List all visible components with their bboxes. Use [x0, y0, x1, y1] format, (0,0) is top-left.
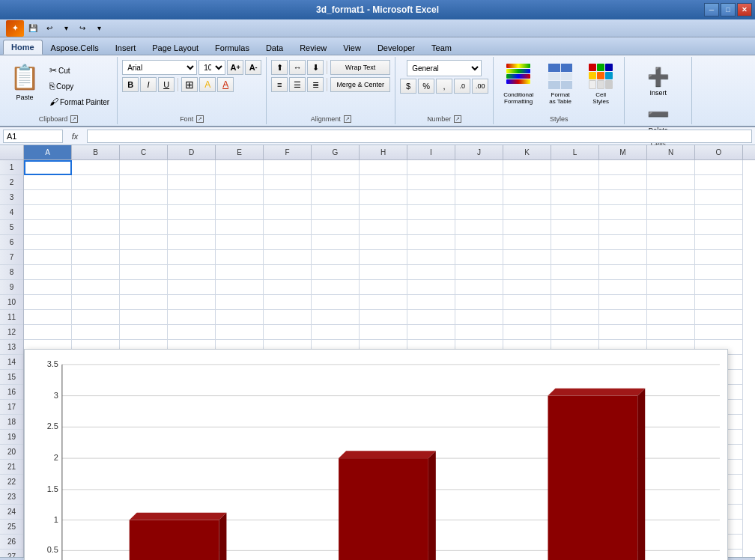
- cell[interactable]: [312, 205, 360, 220]
- cell[interactable]: [647, 205, 695, 220]
- cell[interactable]: [695, 295, 743, 310]
- cell[interactable]: [360, 250, 407, 265]
- cell[interactable]: [599, 250, 647, 265]
- cell[interactable]: [120, 265, 168, 280]
- cell[interactable]: [24, 175, 72, 190]
- maximize-button[interactable]: □: [721, 3, 736, 16]
- row-header-25[interactable]: 25: [0, 520, 23, 535]
- cell[interactable]: [647, 160, 695, 175]
- cell[interactable]: [168, 325, 216, 340]
- cell[interactable]: [647, 250, 695, 265]
- cell[interactable]: [360, 190, 407, 205]
- cell[interactable]: [599, 295, 647, 310]
- cell[interactable]: [120, 325, 168, 340]
- tab-view[interactable]: View: [335, 40, 369, 55]
- cell[interactable]: [72, 235, 120, 250]
- decrease-font-btn[interactable]: A-: [245, 60, 261, 75]
- col-header-J[interactable]: J: [455, 145, 503, 159]
- cell[interactable]: [407, 295, 455, 310]
- conditional-formatting-btn[interactable]: ConditionalFormatting: [498, 60, 539, 108]
- cell[interactable]: [360, 235, 407, 250]
- cell[interactable]: [551, 295, 599, 310]
- cell[interactable]: [455, 235, 503, 250]
- cell[interactable]: [647, 220, 695, 235]
- tab-review[interactable]: Review: [291, 40, 335, 55]
- row-header-24[interactable]: 24: [0, 505, 23, 520]
- cell[interactable]: [72, 280, 120, 295]
- cell[interactable]: [360, 325, 407, 340]
- col-header-I[interactable]: I: [407, 145, 455, 159]
- cell[interactable]: [360, 205, 407, 220]
- cell[interactable]: [551, 160, 599, 175]
- cell[interactable]: [695, 220, 743, 235]
- cell[interactable]: [599, 235, 647, 250]
- cell[interactable]: [551, 265, 599, 280]
- font-expand-btn[interactable]: ↗: [196, 115, 204, 123]
- cell[interactable]: [72, 250, 120, 265]
- increase-font-btn[interactable]: A+: [227, 60, 243, 75]
- cell[interactable]: [455, 175, 503, 190]
- cell[interactable]: [264, 190, 312, 205]
- cell[interactable]: [72, 190, 120, 205]
- comma-btn[interactable]: ,: [436, 79, 452, 94]
- cell[interactable]: [216, 220, 264, 235]
- cell[interactable]: [216, 190, 264, 205]
- cell[interactable]: [264, 205, 312, 220]
- cell[interactable]: [24, 250, 72, 265]
- cell[interactable]: [360, 310, 407, 325]
- cell[interactable]: [455, 280, 503, 295]
- cell[interactable]: [72, 310, 120, 325]
- cell[interactable]: [647, 265, 695, 280]
- col-header-A[interactable]: A: [24, 145, 72, 159]
- cell[interactable]: [551, 205, 599, 220]
- cell[interactable]: [72, 325, 120, 340]
- cell[interactable]: [216, 280, 264, 295]
- format-as-table-btn[interactable]: Formatas Table: [542, 60, 579, 108]
- cell[interactable]: [24, 280, 72, 295]
- font-color-btn[interactable]: A: [217, 77, 234, 92]
- cell[interactable]: [168, 280, 216, 295]
- align-center-btn[interactable]: ☰: [289, 77, 306, 92]
- wrap-text-btn[interactable]: Wrap Text: [330, 60, 390, 75]
- row-header-3[interactable]: 3: [0, 190, 23, 205]
- cell[interactable]: [264, 235, 312, 250]
- row-header-20[interactable]: 20: [0, 445, 23, 460]
- cell[interactable]: [312, 160, 360, 175]
- redo-btn[interactable]: ↪: [75, 22, 90, 35]
- cell[interactable]: [360, 160, 407, 175]
- cell[interactable]: [264, 280, 312, 295]
- undo-btn[interactable]: ↩: [42, 22, 57, 35]
- cell[interactable]: [503, 310, 551, 325]
- cell[interactable]: [695, 175, 743, 190]
- cell[interactable]: [695, 250, 743, 265]
- alignment-expand-btn[interactable]: ↗: [344, 115, 351, 123]
- cell[interactable]: [312, 220, 360, 235]
- cell[interactable]: [551, 175, 599, 190]
- cell[interactable]: [407, 265, 455, 280]
- cell[interactable]: [24, 235, 72, 250]
- cell[interactable]: [695, 205, 743, 220]
- copy-button[interactable]: ⎘ Copy: [46, 79, 112, 94]
- row-header-22[interactable]: 22: [0, 475, 23, 490]
- cell[interactable]: [120, 205, 168, 220]
- cell[interactable]: [168, 235, 216, 250]
- col-header-G[interactable]: G: [312, 145, 360, 159]
- cell[interactable]: [647, 310, 695, 325]
- cell[interactable]: [24, 220, 72, 235]
- cell[interactable]: [120, 250, 168, 265]
- row-header-2[interactable]: 2: [0, 175, 23, 190]
- cell[interactable]: [599, 310, 647, 325]
- tab-page-layout[interactable]: Page Layout: [144, 40, 207, 55]
- tab-developer[interactable]: Developer: [369, 40, 423, 55]
- tab-aspose[interactable]: Aspose.Cells: [43, 40, 107, 55]
- cell[interactable]: [24, 325, 72, 340]
- font-family-select[interactable]: Arial: [122, 60, 197, 75]
- cell[interactable]: [120, 220, 168, 235]
- customize-quick-access-btn[interactable]: ▾: [91, 22, 106, 35]
- cell[interactable]: [695, 310, 743, 325]
- decrease-decimal-btn[interactable]: .0: [454, 79, 470, 94]
- cell[interactable]: [168, 265, 216, 280]
- cell[interactable]: [503, 190, 551, 205]
- row-header-13[interactable]: 13: [0, 340, 23, 355]
- col-header-K[interactable]: K: [503, 145, 551, 159]
